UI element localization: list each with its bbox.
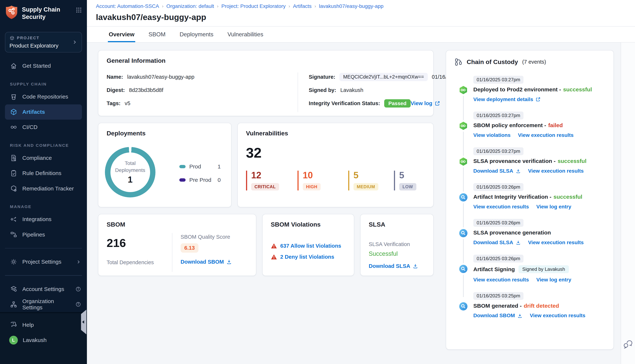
tab-bar: Overview SBOM Deployments Vulnerabilitie…: [87, 26, 635, 43]
clipboard-check-icon: [10, 170, 18, 177]
allow-list-violations-link[interactable]: 637 Allow list Violations: [280, 243, 341, 249]
signed-by-value: Lavakush: [340, 87, 363, 93]
deployments-card: Deployments Total Deployments 1 Prod: [98, 123, 232, 207]
view-log-entry-link[interactable]: View log entry: [536, 277, 571, 283]
timeline-event: 01/16/2025 03:26pm Artifact Integrity Ve…: [454, 182, 605, 210]
breadcrumb-organization[interactable]: Organization: default: [166, 3, 214, 9]
sidebar-item-project-settings[interactable]: Project Settings: [0, 254, 87, 270]
view-execution-results-link[interactable]: View execution results: [473, 204, 529, 210]
compliance-document-icon: [10, 154, 18, 162]
pipeline-policy-icon: [459, 121, 468, 130]
view-log-entry-link[interactable]: View log entry: [536, 204, 571, 210]
download-slsa-link[interactable]: Download SLSA: [369, 263, 418, 269]
infinity-icon: [10, 124, 18, 131]
sbom-quality-score: 6.13: [181, 243, 198, 253]
remediation-box-icon: [10, 185, 18, 192]
sidebar-item-cicd[interactable]: CI/CD: [0, 120, 87, 135]
info-icon[interactable]: [75, 302, 81, 307]
download-sbom-link[interactable]: Download SBOM: [473, 313, 522, 318]
sidebar-item-get-started[interactable]: Get Started: [0, 58, 87, 74]
logo-row: Supply Chain Security: [0, 0, 87, 24]
sidebar-item-artifacts[interactable]: Artifacts: [5, 104, 82, 120]
svg-text:?: ?: [13, 322, 14, 325]
sidebar-item-compliance[interactable]: Compliance: [0, 150, 87, 166]
sidebar-item-pipelines[interactable]: Pipelines: [0, 227, 87, 242]
supply-chain-security-app: Supply Chain Security PROJECT: [0, 0, 635, 364]
breadcrumb-artifacts[interactable]: Artifacts: [293, 3, 312, 9]
project-selector[interactable]: PROJECT Product Exploratory: [5, 32, 82, 52]
severity-badge: LOW: [399, 183, 416, 190]
page-title: lavakush07/easy-buggy-app: [96, 12, 635, 22]
scan-signing-icon: [459, 264, 468, 274]
chevron-right-icon: [76, 259, 81, 264]
download-sbom-link[interactable]: Download SBOM: [181, 259, 232, 265]
collapse-arrow-icon: [82, 320, 84, 324]
event-timestamp: 01/16/2025 03:25pm: [473, 292, 523, 300]
home-icon: [10, 62, 18, 70]
sidebar-item-label: Account Settings: [23, 286, 64, 292]
breadcrumb-project[interactable]: Project: Product Exploratory: [222, 3, 286, 9]
timeline-event: 01/16/2025 03:27pm SLSA provenance verif…: [454, 147, 605, 174]
event-timestamp: 01/16/2025 03:27pm: [473, 112, 523, 120]
donut-center-label: Total Deployments: [113, 160, 147, 174]
view-execution-results-link[interactable]: View execution results: [528, 168, 584, 174]
sidebar-item-label: Integrations: [23, 216, 52, 222]
download-slsa-link[interactable]: Download SLSA: [473, 240, 521, 246]
event-timestamp: 01/16/2025 03:26pm: [473, 255, 523, 262]
avatar: L: [9, 336, 18, 344]
info-icon[interactable]: [75, 286, 81, 292]
tab-vulnerabilities[interactable]: Vulnerabilities: [227, 26, 264, 42]
pipeline-deploy-icon: [459, 86, 468, 95]
sidebar-item-label: Compliance: [23, 155, 52, 161]
deny-list-violations-link[interactable]: 2 Deny list Violations: [280, 254, 334, 260]
view-execution-results-link[interactable]: View execution results: [530, 313, 585, 318]
product-title: Supply Chain Security: [22, 5, 72, 21]
sidebar-item-account-settings[interactable]: Account Settings: [0, 282, 87, 297]
sidebar-item-label: Help: [23, 322, 34, 328]
scan-sbom-icon: [459, 302, 468, 311]
legend-item-pre-prod: Pre Prod 0: [179, 177, 221, 183]
scan-integrity-icon: [459, 193, 468, 202]
view-log-link[interactable]: View log: [411, 100, 440, 106]
sidebar-nav: Get Started SUPPLY CHAIN Code Repositori…: [0, 58, 87, 312]
feedback-icon[interactable]: [623, 340, 633, 349]
event-timestamp: 01/16/2025 03:26pm: [473, 183, 523, 191]
view-deployment-details-link[interactable]: View deployment details: [473, 96, 541, 102]
download-slsa-link[interactable]: Download SLSA: [473, 168, 521, 174]
breadcrumb-separator: ›: [162, 4, 163, 9]
view-violations-link[interactable]: View violations: [473, 132, 511, 138]
shield-logo-icon: [5, 5, 18, 20]
severity-medium: 5 MEDIUM: [348, 170, 394, 190]
warning-icon: [271, 243, 277, 249]
event-title: SBOM policy enforcement - failed: [473, 122, 605, 128]
sidebar-item-integrations[interactable]: Integrations: [0, 212, 87, 227]
tab-deployments[interactable]: Deployments: [179, 26, 214, 42]
sidebar-item-organization-settings[interactable]: Organization Settings: [0, 297, 87, 312]
app-switcher-icon[interactable]: [76, 7, 82, 13]
view-execution-results-link[interactable]: View execution results: [473, 277, 529, 283]
view-execution-results-link[interactable]: View execution results: [518, 132, 574, 138]
view-execution-results-link[interactable]: View execution results: [528, 240, 584, 246]
sidebar-item-label: Code Repositories: [23, 94, 68, 100]
status-badge: Passed: [384, 99, 410, 108]
sidebar-item-remediation-tracker[interactable]: Remediation Tracker: [0, 181, 87, 196]
sidebar-item-code-repositories[interactable]: Code Repositories: [0, 89, 87, 104]
digest-label: Digest:: [107, 87, 125, 93]
deployments-donut-chart: Total Deployments 1: [105, 147, 155, 198]
main-area: Account: Automation-SSCA › Organization:…: [87, 0, 635, 364]
download-icon: [516, 240, 521, 245]
sidebar-item-rule-definitions[interactable]: Rule Definitions: [0, 166, 87, 181]
sidebar-item-help[interactable]: ? Help: [0, 317, 87, 332]
breadcrumb-artifact-name[interactable]: lavakush07/easy-buggy-app: [319, 3, 384, 9]
event-status: successful: [553, 194, 582, 200]
event-timestamp: 01/16/2025 03:26pm: [473, 219, 523, 227]
section-risk-and-compliance: RISK AND COMPLIANCE: [10, 143, 87, 148]
event-title: Artifact Signing Signed by Lavakush: [473, 265, 605, 273]
vertical-divider: [172, 233, 172, 272]
sidebar-item-user[interactable]: L Lavakush: [0, 332, 87, 348]
tab-overview[interactable]: Overview: [108, 26, 135, 42]
sbom-card: SBOM 216 Total Dependencies SBOM Quality…: [98, 214, 256, 276]
severity-row: 12 CRITICAL 10 HIGH 5 MEDIUM: [246, 170, 425, 190]
breadcrumb-account[interactable]: Account: Automation-SSCA: [96, 3, 159, 9]
tab-sbom[interactable]: SBOM: [148, 26, 166, 42]
